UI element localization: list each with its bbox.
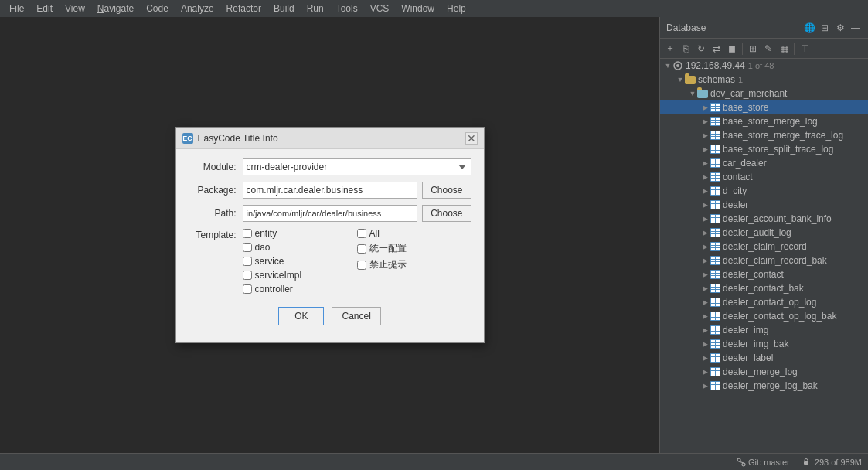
panel-settings-icon[interactable]: ⚙ bbox=[834, 22, 846, 34]
tree-table-contact[interactable]: ▶ contact bbox=[660, 170, 868, 184]
menu-refactor[interactable]: Refactor bbox=[220, 2, 267, 15]
path-input[interactable] bbox=[243, 205, 418, 222]
checkbox-service-input[interactable] bbox=[243, 257, 252, 266]
checkbox-disable-hint[interactable]: 禁止提示 bbox=[357, 258, 471, 271]
tree-table-dealer_account_bank_info[interactable]: ▶ dealer_account_bank_info bbox=[660, 212, 868, 226]
tree-table-dealer[interactable]: ▶ dealer bbox=[660, 198, 868, 212]
table-icon bbox=[710, 380, 720, 391]
checkbox-unified-config[interactable]: 统一配置 bbox=[357, 242, 471, 255]
package-label: Package: bbox=[189, 185, 243, 196]
package-input[interactable] bbox=[243, 182, 418, 199]
tree-table-dealer_merge_log_bak[interactable]: ▶ dealer_merge_log_bak bbox=[660, 379, 868, 393]
checkbox-entity-input[interactable] bbox=[243, 229, 252, 238]
dialog-overlay: EC EasyCode Title Info ✕ Module: crm-dea… bbox=[0, 17, 659, 453]
panel-title: Database bbox=[666, 22, 706, 33]
tree-table-base_store[interactable]: ▶ base_store bbox=[660, 100, 868, 114]
tree-table-dealer_contact_op_log[interactable]: ▶ dealer_contact_op_log bbox=[660, 295, 868, 309]
tree-table-base_store_merge_trace_log[interactable]: ▶ base_store_merge_trace_log bbox=[660, 128, 868, 142]
table-name: dealer_contact bbox=[723, 269, 784, 280]
tree-table-car_dealer[interactable]: ▶ car_dealer bbox=[660, 156, 868, 170]
toolbar-console-icon[interactable]: ▦ bbox=[777, 42, 791, 56]
checkbox-all-input[interactable] bbox=[357, 229, 366, 238]
checkbox-controller-input[interactable] bbox=[243, 284, 252, 294]
menu-window[interactable]: Window bbox=[395, 2, 441, 15]
git-status: Git: master bbox=[737, 458, 790, 467]
toolbar-sync-icon[interactable]: ⇄ bbox=[710, 42, 723, 56]
toolbar-refresh-icon[interactable]: ↻ bbox=[694, 42, 708, 56]
tree-table-dealer_contact_bak[interactable]: ▶ dealer_contact_bak bbox=[660, 281, 868, 295]
dialog-title-icon: EC bbox=[182, 133, 193, 144]
tree-table-dealer_contact_op_log_bak[interactable]: ▶ dealer_contact_op_log_bak bbox=[660, 309, 868, 323]
toolbar-stop-icon[interactable]: ◼ bbox=[725, 42, 739, 56]
template-col-right: All 统一配置 禁止提示 bbox=[357, 228, 471, 295]
panel-minimize-icon[interactable]: — bbox=[849, 22, 862, 34]
checkbox-serviceimpl[interactable]: serviceImpl bbox=[243, 270, 357, 281]
tree-table-base_store_split_trace_log[interactable]: ▶ base_store_split_trace_log bbox=[660, 142, 868, 156]
checkbox-dao[interactable]: dao bbox=[243, 242, 357, 253]
menu-edit[interactable]: Edit bbox=[30, 2, 59, 15]
ok-button[interactable]: OK bbox=[278, 307, 324, 325]
dialog-buttons: OK Cancel bbox=[189, 307, 471, 329]
module-select[interactable]: crm-dealer-provider bbox=[243, 158, 471, 175]
menu-code[interactable]: Code bbox=[140, 2, 175, 15]
tree-merchant-schema[interactable]: ▼ dev_car_merchant bbox=[660, 87, 868, 100]
menu-view[interactable]: View bbox=[59, 2, 91, 15]
menu-file[interactable]: File bbox=[3, 2, 30, 15]
checkbox-controller[interactable]: controller bbox=[243, 284, 357, 295]
tree-table-dealer_label[interactable]: ▶ dealer_label bbox=[660, 351, 868, 365]
dialog-close-button[interactable]: ✕ bbox=[465, 132, 478, 145]
table-icon bbox=[710, 325, 720, 335]
module-control: crm-dealer-provider bbox=[243, 158, 471, 175]
tree-schemas[interactable]: ▼ schemas 1 bbox=[660, 73, 868, 87]
menu-help[interactable]: Help bbox=[441, 2, 472, 15]
table-icon bbox=[710, 352, 720, 363]
checkbox-dao-input[interactable] bbox=[243, 243, 252, 252]
package-choose-button[interactable]: Choose bbox=[422, 182, 471, 199]
svg-point-1 bbox=[676, 64, 679, 67]
toolbar-grid-icon[interactable]: ⊞ bbox=[746, 42, 760, 56]
menu-run[interactable]: Run bbox=[301, 2, 330, 15]
tree-table-dealer_audit_log[interactable]: ▶ dealer_audit_log bbox=[660, 226, 868, 240]
panel-globe-icon[interactable]: 🌐 bbox=[803, 22, 815, 34]
table-arrow-icon: ▶ bbox=[700, 213, 710, 225]
table-arrow-icon: ▶ bbox=[700, 296, 710, 308]
checkbox-unified-config-input[interactable] bbox=[357, 244, 366, 254]
table-name: dealer_claim_record bbox=[723, 241, 807, 252]
menu-analyze[interactable]: Analyze bbox=[175, 2, 220, 15]
checkbox-service[interactable]: service bbox=[243, 256, 357, 267]
schemas-count: 1 bbox=[738, 75, 743, 84]
panel-split-icon[interactable]: ⊟ bbox=[819, 22, 831, 34]
tree-connection[interactable]: ▼ 192.168.49.44 1 of 48 bbox=[660, 59, 868, 73]
menu-navigate[interactable]: Navigate bbox=[91, 2, 140, 15]
menu-vcs[interactable]: VCS bbox=[364, 2, 396, 15]
tree-table-dealer_claim_record_bak[interactable]: ▶ dealer_claim_record_bak bbox=[660, 254, 868, 267]
table-arrow-icon: ▶ bbox=[700, 380, 710, 392]
cancel-button[interactable]: Cancel bbox=[332, 307, 380, 325]
record-count: 293 of 989M bbox=[802, 458, 862, 467]
merchant-schema-name: dev_car_merchant bbox=[710, 88, 787, 99]
toolbar-separator-2 bbox=[794, 43, 795, 55]
checkbox-disable-hint-input[interactable] bbox=[357, 261, 366, 270]
checkbox-all[interactable]: All bbox=[357, 228, 471, 239]
toolbar-filter-icon[interactable]: ⊤ bbox=[798, 42, 812, 56]
tree-table-dealer_merge_log[interactable]: ▶ dealer_merge_log bbox=[660, 365, 868, 379]
menu-build[interactable]: Build bbox=[267, 2, 301, 15]
tree-table-dealer_img_bak[interactable]: ▶ dealer_img_bak bbox=[660, 337, 868, 351]
svg-point-2 bbox=[737, 458, 740, 461]
tree-table-dealer_img[interactable]: ▶ dealer_img bbox=[660, 323, 868, 337]
tree-table-d_city[interactable]: ▶ d_city bbox=[660, 184, 868, 198]
toolbar-copy-icon[interactable]: ⎘ bbox=[679, 42, 693, 56]
path-choose-button[interactable]: Choose bbox=[422, 205, 471, 222]
tree-table-dealer_contact[interactable]: ▶ dealer_contact bbox=[660, 267, 868, 281]
toolbar-edit-icon[interactable]: ✎ bbox=[761, 42, 775, 56]
toolbar-add-icon[interactable]: ＋ bbox=[663, 42, 677, 56]
tree-table-dealer_claim_record[interactable]: ▶ dealer_claim_record bbox=[660, 240, 868, 254]
checkbox-entity[interactable]: entity bbox=[243, 228, 357, 239]
table-icon bbox=[710, 269, 720, 280]
package-row: Package: Choose bbox=[189, 182, 471, 199]
dialog-titlebar: EC EasyCode Title Info ✕ bbox=[176, 128, 484, 149]
menu-tools[interactable]: Tools bbox=[330, 2, 364, 15]
checkbox-serviceimpl-input[interactable] bbox=[243, 271, 252, 280]
table-name: dealer_audit_log bbox=[723, 227, 791, 238]
tree-table-base_store_merge_log[interactable]: ▶ base_store_merge_log bbox=[660, 114, 868, 128]
